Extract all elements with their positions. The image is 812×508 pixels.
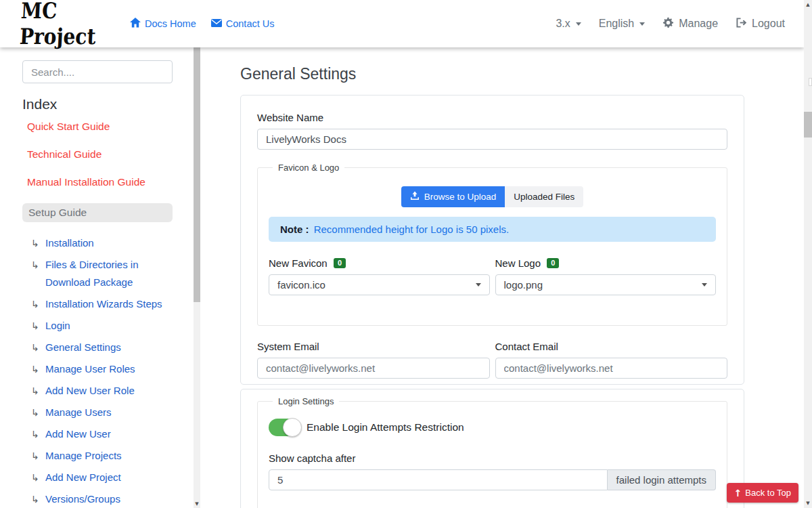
login-settings-legend: Login Settings [273,396,339,406]
sidebar-subitem-general-settings: ↳ General Settings [22,339,173,356]
login-attempts-toggle-label: Enable Login Attempts Restriction [307,421,464,433]
language-label: English [599,18,634,30]
system-email-input[interactable] [257,358,490,379]
scroll-up-icon[interactable]: ▲ [804,2,812,7]
sidebar-subitem-link[interactable]: Manage User Roles [45,360,135,378]
emails-row: System Email Contact Email [257,342,727,379]
sidebar-subitem-files-directories: ↳ Files & Directories in Download Packag… [22,256,173,291]
system-email-label: System Email [257,342,490,352]
new-favicon-count-badge: 0 [334,258,346,268]
show-captcha-label: Show captcha after [269,454,716,463]
page-title: General Settings [240,64,804,83]
chevron-down-icon [476,283,481,287]
subitem-arrow-icon: ↳ [31,256,45,291]
sidebar: Index Quick Start Guide Technical Guide … [0,47,194,508]
search-input[interactable] [22,60,173,83]
browse-to-upload-button[interactable]: Browse to Upload [401,186,505,207]
sidebar-subitem-link[interactable]: Installation Wizards Steps [45,295,162,313]
arrow-up-icon: ↑ [734,488,742,499]
logout-icon [736,18,747,30]
uploaded-files-button[interactable]: Uploaded Files [505,186,583,207]
new-logo-field: New Logo 0 logo.png [495,258,717,295]
sidebar-scrollbar[interactable]: ▼ [194,47,200,508]
main-content: General Settings Website Name Favicon & … [200,47,804,508]
nav-link-label: Docs Home [145,18,196,29]
new-logo-count-badge: 0 [547,258,559,268]
favicon-logo-row: New Favicon 0 favicon.ico New Logo 0 log… [269,258,716,295]
chevron-down-icon [576,22,581,26]
sidebar-subitem-link[interactable]: Manage Users [45,404,112,421]
new-favicon-value: favicon.ico [277,279,325,291]
sidebar-subitem-add-new-user: ↳ Add New User [22,425,173,443]
sidebar-subitem-link[interactable]: Add New User Role [45,382,135,400]
contact-email-input[interactable] [495,358,728,379]
contact-email-field: Contact Email [495,342,728,379]
manage-link[interactable]: Manage [662,17,718,31]
sidebar-subitem-link[interactable]: Add New Project [45,469,121,486]
sidebar-subitem-link[interactable]: Installation [45,234,94,252]
new-logo-label-text: New Logo [495,257,541,269]
captcha-input-group: failed login attempts [269,469,716,490]
note-alert: Note : Recommended height for Logo is 50… [269,217,716,242]
contact-email-label: Contact Email [495,342,728,352]
logout-link[interactable]: Logout [736,18,785,30]
toggle-knob [283,418,302,437]
window-scrollbar[interactable]: ▲ ▼ [804,0,812,508]
subitem-arrow-icon: ↳ [31,234,45,252]
subitem-arrow-icon: ↳ [31,425,45,443]
language-dropdown[interactable]: English [599,18,645,30]
subitem-arrow-icon: ↳ [31,404,45,421]
sidebar-subitem-installation-wizards-steps: ↳ Installation Wizards Steps [22,295,173,313]
manage-label: Manage [679,18,718,30]
sidebar-scrollbar-thumb[interactable] [194,47,200,302]
gear-icon [662,17,674,31]
login-settings-fieldset: Login Settings Enable Login Attempts Res… [257,396,727,508]
sidebar-subitem-manage-users: ↳ Manage Users [22,404,173,421]
subitem-arrow-icon: ↳ [31,295,45,313]
new-favicon-field: New Favicon 0 favicon.ico [269,258,490,295]
home-icon [130,18,141,30]
chevron-down-icon [702,283,707,287]
favicon-logo-fieldset: Favicon & Logo Browse to Upload Uploaded… [257,163,727,326]
login-attempts-toggle-row: Enable Login Attempts Restriction [269,419,716,436]
sidebar-subitem-add-new-project: ↳ Add New Project [22,469,173,486]
envelope-icon [211,18,222,29]
sidebar-subitem-add-new-user-role: ↳ Add New User Role [22,382,173,400]
subitem-arrow-icon: ↳ [31,360,45,378]
scroll-down-icon[interactable]: ▼ [804,501,812,506]
website-name-label: Website Name [257,113,727,123]
sidebar-item-manual-installation-guide[interactable]: Manual Installation Guide [22,175,173,189]
sidebar-item-technical-guide[interactable]: Technical Guide [22,148,173,161]
subitem-arrow-icon: ↳ [31,382,45,400]
new-favicon-select[interactable]: favicon.ico [269,274,490,295]
app-logo[interactable]: MC Project [19,0,116,49]
back-to-top-button[interactable]: ↑ Back to Top [727,483,798,503]
captcha-attempts-input[interactable] [269,469,608,490]
scroll-down-icon[interactable]: ▼ [194,501,200,507]
sidebar-subitem-manage-projects: ↳ Manage Projects [22,447,173,465]
sidebar-subitem-link[interactable]: Login [45,317,70,335]
sidebar-subitem-link[interactable]: Add New User [45,425,111,443]
sidebar-subitem-link[interactable]: Manage Projects [45,447,122,465]
new-favicon-label-text: New Favicon [269,257,328,269]
sidebar-item-setup-guide-active[interactable]: Setup Guide [22,203,173,222]
sidebar-subitem-link[interactable]: Versions/Groups [45,490,120,508]
nav-link-docs-home[interactable]: Docs Home [130,18,196,30]
subitem-arrow-icon: ↳ [31,469,45,486]
sidebar-subitem-versions-groups: ↳ Versions/Groups [22,490,173,508]
sidebar-subitem-link[interactable]: General Settings [45,339,121,356]
window-scrollbar-thumb[interactable] [804,112,812,137]
version-label: 3.x [556,18,570,30]
nav-link-contact-us[interactable]: Contact Us [211,18,275,29]
version-dropdown[interactable]: 3.x [556,18,581,30]
sidebar-subitem-login: ↳ Login [22,317,173,335]
note-text: Recommended height for Logo is 50 pixels… [314,224,510,235]
login-attempts-toggle[interactable] [269,419,300,436]
sidebar-subitem-link[interactable]: Files & Directories in Download Package [45,256,167,291]
new-logo-select[interactable]: logo.png [495,274,717,295]
logout-label: Logout [752,18,785,30]
back-to-top-label: Back to Top [745,488,791,498]
sidebar-item-quick-start-guide[interactable]: Quick Start Guide [22,120,173,133]
website-name-input[interactable] [257,129,727,150]
top-navbar: MC Project Docs Home Contact Us 3.x Engl… [0,0,804,47]
